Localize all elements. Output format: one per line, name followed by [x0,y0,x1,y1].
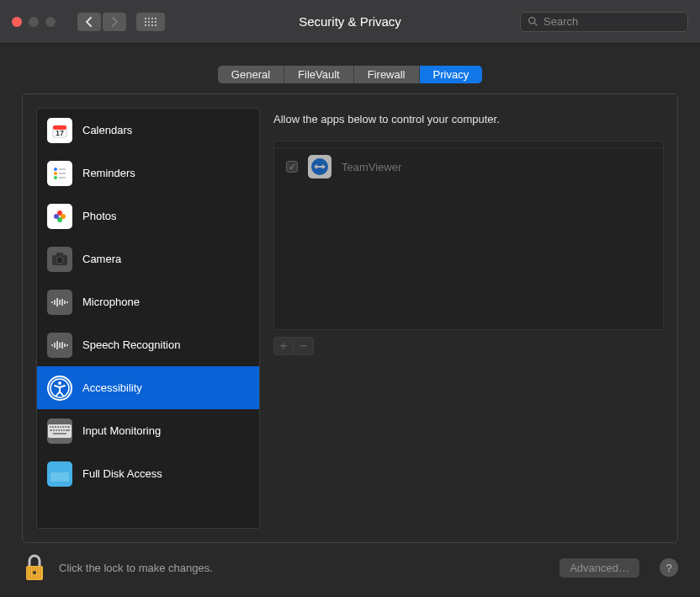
svg-rect-38 [55,426,56,428]
content: General FileVault Firewall Privacy 17 Ca… [0,44,700,597]
app-checkbox[interactable] [286,161,298,173]
svg-rect-23 [64,301,66,304]
footer: Click the lock to make changes. Advanced… [0,543,700,592]
sidebar-item-accessibility[interactable]: Accessibility [37,366,259,409]
sidebar-item-label: Input Monitoring [82,424,161,437]
app-list[interactable]: TeamViewer [273,141,664,330]
window-title: Security & Privacy [299,14,401,29]
minimize-window-button[interactable] [29,17,39,27]
tab-privacy[interactable]: Privacy [420,66,483,83]
lock-text: Click the lock to make changes. [59,562,213,574]
svg-rect-50 [66,429,70,431]
sidebar-item-photos[interactable]: Photos [37,195,259,237]
svg-point-14 [54,214,59,219]
photos-icon [47,204,72,229]
svg-rect-48 [61,429,62,431]
sidebar[interactable]: 17 Calendars Reminders Photos [36,108,260,529]
sidebar-item-label: Photos [82,210,116,222]
sidebar-item-speech[interactable]: Speech Recognition [37,323,259,366]
svg-rect-20 [56,298,58,306]
forward-button[interactable] [103,13,126,31]
right-panel: Allow the apps below to control your com… [273,108,664,529]
sidebar-item-reminders[interactable]: Reminders [37,152,259,195]
svg-rect-19 [54,300,56,305]
svg-rect-28 [59,343,61,348]
tabs-row: General FileVault Firewall Privacy [0,44,700,93]
svg-rect-40 [60,426,61,428]
description: Allow the apps below to control your com… [273,108,664,141]
list-header-stub [274,141,663,148]
svg-point-7 [54,172,57,175]
search-input[interactable] [544,15,681,28]
advanced-button[interactable]: Advanced… [559,558,639,578]
tab-firewall[interactable]: Firewall [354,66,420,83]
chevron-left-icon [85,17,93,27]
svg-point-61 [33,571,36,574]
svg-rect-43 [67,426,70,428]
svg-rect-17 [56,253,63,256]
svg-point-34 [58,381,61,385]
svg-rect-44 [50,429,52,431]
help-icon: ? [666,562,671,574]
sidebar-item-microphone[interactable]: Microphone [37,280,259,323]
plus-icon: + [279,338,287,354]
svg-rect-47 [58,429,60,431]
svg-rect-51 [53,433,66,434]
tab-filevault[interactable]: FileVault [284,66,354,83]
panel: 17 Calendars Reminders Photos [22,93,678,543]
remove-button[interactable]: − [294,337,314,355]
help-button[interactable]: ? [660,558,678,577]
svg-rect-52 [50,472,69,482]
svg-rect-25 [51,344,53,346]
nav-buttons [77,13,126,31]
sidebar-item-full-disk-access[interactable]: Full Disk Access [37,452,259,495]
svg-rect-37 [52,426,54,428]
close-window-button[interactable] [12,17,22,27]
svg-text:17: 17 [56,129,64,137]
svg-rect-29 [61,342,63,349]
sidebar-item-label: Speech Recognition [82,338,180,351]
svg-rect-22 [61,299,63,306]
svg-rect-6 [59,168,66,170]
chevron-right-icon [110,17,119,27]
add-button[interactable]: + [273,337,294,355]
svg-rect-60 [40,567,41,579]
svg-rect-42 [65,426,66,428]
sidebar-item-label: Full Disk Access [82,467,162,480]
lock-icon[interactable] [22,553,47,582]
sidebar-item-label: Accessibility [82,381,142,394]
reminders-icon [47,161,72,186]
svg-rect-18 [51,301,53,303]
svg-rect-21 [59,300,61,305]
minus-icon: − [300,338,307,354]
show-all-button[interactable] [136,13,165,31]
svg-rect-27 [56,341,58,349]
back-button[interactable] [77,13,101,31]
svg-rect-46 [56,429,57,431]
teamviewer-icon [308,155,331,179]
maximize-window-button[interactable] [45,17,56,27]
microphone-icon [47,290,72,315]
svg-rect-36 [50,426,51,428]
titlebar: Security & Privacy [0,0,700,44]
tabs: General FileVault Firewall Privacy [218,66,482,83]
svg-rect-8 [59,173,66,174]
grid-icon [145,18,156,26]
sidebar-item-calendars[interactable]: 17 Calendars [37,109,259,152]
svg-point-5 [54,168,57,171]
svg-rect-24 [66,301,68,303]
sidebar-item-camera[interactable]: Camera [37,237,259,280]
svg-rect-56 [29,567,31,579]
add-remove-buttons: + − [273,337,664,355]
svg-point-9 [54,176,57,179]
disk-icon [47,461,72,487]
svg-point-16 [56,257,63,264]
sidebar-item-input-monitoring[interactable]: Input Monitoring [37,409,259,452]
svg-rect-10 [59,177,66,179]
tab-general[interactable]: General [218,66,284,83]
app-name: TeamViewer [342,161,401,173]
search-box[interactable] [520,12,688,32]
app-row[interactable]: TeamViewer [274,148,663,185]
sidebar-item-label: Reminders [82,167,135,179]
svg-rect-30 [64,344,66,347]
